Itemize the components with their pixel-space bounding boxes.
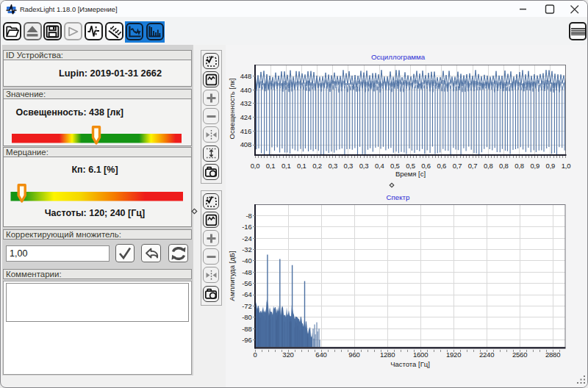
svg-text:448: 448 xyxy=(240,72,251,80)
svg-text:0,6: 0,6 xyxy=(421,162,431,170)
svg-text:0,9: 0,9 xyxy=(546,162,556,170)
svg-text:0,5: 0,5 xyxy=(390,162,400,170)
svg-text:-56: -56 xyxy=(242,279,251,287)
svg-text:0,9: 0,9 xyxy=(530,162,539,170)
svg-text:440: 440 xyxy=(240,86,251,94)
svg-text:-40: -40 xyxy=(242,256,251,265)
svg-text:-80: -80 xyxy=(242,313,251,321)
svg-text:1600: 1600 xyxy=(413,351,428,359)
svg-text:0,4: 0,4 xyxy=(375,162,384,170)
svg-text:1920: 1920 xyxy=(446,351,461,359)
svg-text:-32: -32 xyxy=(242,245,251,254)
svg-text:-16: -16 xyxy=(242,223,251,231)
svg-text:2560: 2560 xyxy=(512,351,527,359)
svg-text:Спектр: Спектр xyxy=(387,193,410,201)
svg-text:Частота [Гц]: Частота [Гц] xyxy=(390,360,430,368)
svg-text:Осциллограмма: Осциллограмма xyxy=(371,53,426,61)
svg-text:640: 640 xyxy=(315,351,326,359)
svg-text:0,1: 0,1 xyxy=(266,162,276,170)
svg-text:0,3: 0,3 xyxy=(359,162,369,170)
svg-text:0,1: 0,1 xyxy=(297,162,306,170)
svg-text:Время [с]: Время [с] xyxy=(395,170,426,178)
svg-text:0,8: 0,8 xyxy=(484,162,493,170)
svg-text:2880: 2880 xyxy=(545,351,560,359)
svg-text:432: 432 xyxy=(240,99,251,107)
svg-text:-64: -64 xyxy=(242,290,251,298)
svg-text:0,8: 0,8 xyxy=(499,162,509,170)
svg-text:960: 960 xyxy=(348,351,359,359)
svg-text:Освещенность [лк]: Освещенность [лк] xyxy=(228,79,236,140)
svg-text:0: 0 xyxy=(253,351,257,359)
svg-text:424: 424 xyxy=(240,113,251,121)
svg-text:-96: -96 xyxy=(242,336,251,344)
svg-text:-8: -8 xyxy=(245,212,251,220)
svg-text:0,8: 0,8 xyxy=(514,162,524,170)
svg-text:2240: 2240 xyxy=(479,351,494,359)
svg-text:0,5: 0,5 xyxy=(406,162,415,170)
svg-text:0,3: 0,3 xyxy=(344,162,354,170)
svg-text:-72: -72 xyxy=(242,302,251,310)
svg-text:0,3: 0,3 xyxy=(328,162,337,170)
svg-text:-88: -88 xyxy=(242,325,251,333)
svg-text:-24: -24 xyxy=(242,234,251,242)
svg-text:0,1: 0,1 xyxy=(282,162,291,170)
svg-text:-48: -48 xyxy=(242,268,251,276)
svg-text:0,7: 0,7 xyxy=(453,162,462,170)
svg-text:0,7: 0,7 xyxy=(468,162,478,170)
svg-text:0,2: 0,2 xyxy=(312,162,322,170)
svg-text:1,0: 1,0 xyxy=(562,162,571,170)
svg-text:1280: 1280 xyxy=(380,351,395,359)
svg-text:0,0: 0,0 xyxy=(251,162,260,170)
svg-text:0,6: 0,6 xyxy=(437,162,446,170)
svg-text:320: 320 xyxy=(282,351,293,359)
svg-text:Амплитуда [дБ]: Амплитуда [дБ] xyxy=(228,251,236,301)
svg-text:408: 408 xyxy=(240,140,251,148)
svg-text:416: 416 xyxy=(240,127,251,135)
